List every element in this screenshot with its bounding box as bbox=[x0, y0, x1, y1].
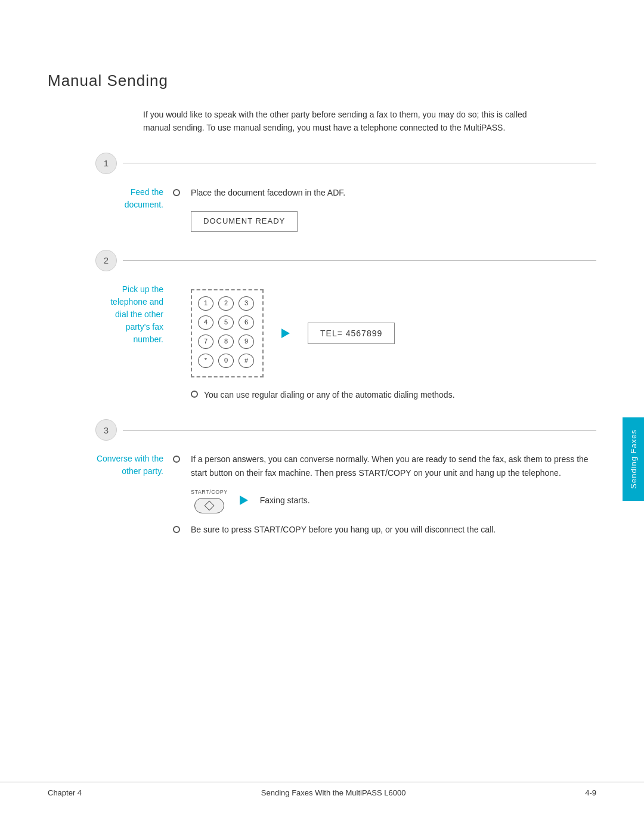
step-2-circle: 2 bbox=[95, 250, 117, 271]
diamond-icon bbox=[204, 500, 214, 510]
start-copy-area: START/COPY Faxing starts. bbox=[191, 488, 596, 513]
step-3-bullet-col-1 bbox=[173, 453, 191, 513]
step-3-text-2: Be sure to press START/COPY before you h… bbox=[191, 523, 596, 536]
step-2-text: 1 2 3 4 5 6 7 8 9 * 0 # TEL= 456 bbox=[191, 283, 596, 401]
key-3: 3 bbox=[239, 296, 254, 311]
faxing-starts-text: Faxing starts. bbox=[260, 494, 310, 507]
step-1-line bbox=[123, 163, 596, 163]
oval-button bbox=[194, 498, 224, 513]
keypad-illustration: 1 2 3 4 5 6 7 8 9 * 0 # bbox=[191, 289, 264, 377]
intro-text: If you would like to speak with the othe… bbox=[143, 108, 531, 135]
step-2-content: Pick up the telephone and dial the other… bbox=[95, 283, 596, 401]
step-3-text-1: If a person answers, you can converse no… bbox=[191, 453, 596, 513]
footer-page-num: 4-9 bbox=[585, 788, 596, 797]
step-3-content-2: Be sure to press START/COPY before you h… bbox=[95, 523, 596, 536]
key-6: 6 bbox=[239, 315, 254, 330]
step-1-bullet-col bbox=[173, 186, 191, 232]
page-title: Manual Sending bbox=[48, 72, 596, 90]
key-star: * bbox=[198, 354, 213, 368]
page-footer: Chapter 4 Sending Faxes With the MultiPA… bbox=[0, 782, 644, 797]
document-ready-box: DOCUMENT READY bbox=[191, 211, 298, 232]
key-7: 7 bbox=[198, 335, 213, 349]
side-tab-label: Sending Faxes bbox=[629, 429, 638, 489]
step-3-label: Converse with the other party. bbox=[95, 453, 173, 513]
tel-display: TEL= 4567899 bbox=[308, 323, 395, 344]
key-4: 4 bbox=[198, 315, 213, 330]
key-1: 1 bbox=[198, 296, 213, 311]
step-2-line bbox=[123, 260, 596, 261]
step-1-header: 1 bbox=[48, 153, 596, 174]
footer-chapter: Chapter 4 bbox=[48, 788, 82, 797]
step-1-text: Place the document facedown in the ADF. … bbox=[191, 186, 596, 232]
key-0: 0 bbox=[218, 354, 234, 368]
key-5: 5 bbox=[218, 315, 234, 330]
key-8: 8 bbox=[218, 335, 234, 349]
step-3-line bbox=[123, 430, 596, 431]
key-9: 9 bbox=[239, 335, 254, 349]
keypad-area: 1 2 3 4 5 6 7 8 9 * 0 # TEL= 456 bbox=[191, 289, 596, 377]
step-2-header: 2 bbox=[48, 250, 596, 271]
step-3-content-1: Converse with the other party. If a pers… bbox=[95, 453, 596, 513]
key-2: 2 bbox=[218, 296, 234, 311]
arrow-icon bbox=[281, 329, 290, 338]
step-1-bullet-icon bbox=[173, 189, 180, 196]
step-1-content: Feed the document. Place the document fa… bbox=[95, 186, 596, 232]
step-2-section: 2 Pick up the telephone and dial the oth… bbox=[48, 250, 596, 401]
step-1-section: 1 Feed the document. Place the document … bbox=[48, 153, 596, 232]
step-1-circle: 1 bbox=[95, 153, 117, 174]
step-3-section: 3 Converse with the other party. If a pe… bbox=[48, 419, 596, 536]
step-2-bullet-icon bbox=[191, 391, 198, 398]
arrow-icon-2 bbox=[240, 496, 248, 505]
step-3-bullet-icon-2 bbox=[173, 526, 180, 533]
step-2-bullet-col bbox=[173, 283, 191, 401]
step-3-bullet-icon-1 bbox=[173, 456, 180, 463]
step-3-bullet-col-2 bbox=[173, 523, 191, 536]
start-copy-button-illustration: START/COPY bbox=[191, 488, 228, 513]
side-tab: Sending Faxes bbox=[623, 417, 644, 501]
key-hash: # bbox=[239, 354, 254, 368]
step-2-label: Pick up the telephone and dial the other… bbox=[95, 283, 173, 401]
start-copy-label: START/COPY bbox=[191, 488, 228, 496]
page-container: Manual Sending If you would like to spea… bbox=[0, 0, 644, 602]
step-3-circle: 3 bbox=[95, 419, 117, 441]
footer-title: Sending Faxes With the MultiPASS L6000 bbox=[261, 788, 406, 797]
step-1-label: Feed the document. bbox=[95, 186, 173, 232]
step-3-header: 3 bbox=[48, 419, 596, 441]
